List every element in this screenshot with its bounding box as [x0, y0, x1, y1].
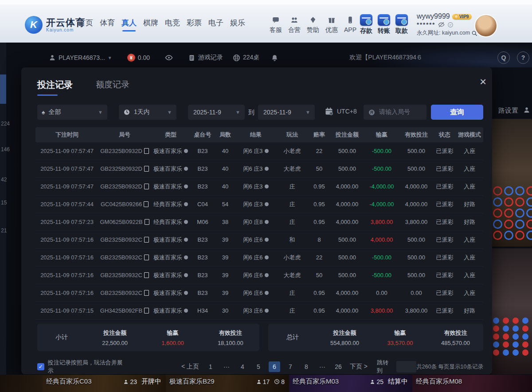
- table-row[interactable]: 2025-11-09 07:57:47GB2325B0932D极速百家乐B234…: [35, 178, 483, 196]
- date-range-select[interactable]: 1天内▼: [119, 105, 176, 120]
- live-table-thumb-2[interactable]: 经典百家乐M0325结算中: [289, 375, 412, 392]
- cell-odds: 22: [309, 148, 330, 154]
- avatar[interactable]: [475, 15, 497, 36]
- quick-link-3[interactable]: 优惠: [325, 15, 338, 34]
- bell-icon[interactable]: [271, 54, 278, 62]
- wallet-action-2[interactable]: 取款: [395, 14, 408, 35]
- game-record-link[interactable]: 游戏记录: [188, 54, 223, 62]
- nav-item-2[interactable]: 真人: [121, 18, 137, 31]
- table-row[interactable]: 2025-11-09 07:57:47GB2325B0932D极速百家乐B234…: [35, 142, 483, 160]
- jump-page-input[interactable]: [396, 361, 416, 372]
- cell-play: 大老虎: [276, 165, 309, 173]
- info-dot-icon: [184, 202, 188, 206]
- page-ellipsis[interactable]: ···: [317, 361, 328, 372]
- cell-count: 39: [215, 290, 236, 296]
- cell-valid: 500.00: [399, 254, 434, 261]
- page-7[interactable]: 7: [285, 361, 296, 372]
- cell-mode: 入座: [456, 147, 483, 155]
- refresh-icon[interactable]: [447, 22, 454, 28]
- player-menu[interactable]: PLAYER46873... ▼: [49, 54, 112, 61]
- live-table-thumb-partial[interactable]: [0, 375, 43, 392]
- road-settings-label[interactable]: 路设置: [498, 106, 518, 115]
- page-5[interactable]: 5: [253, 361, 264, 372]
- quick-link-2[interactable]: 赞助: [307, 15, 319, 34]
- copy-icon[interactable]: [144, 308, 149, 314]
- table-row[interactable]: 2025-11-09 07:57:15GH3425B092FB极速百家乐H343…: [35, 302, 483, 320]
- nav-item-7[interactable]: 娱乐: [230, 18, 245, 31]
- nav-item-5[interactable]: 彩票: [187, 18, 202, 31]
- cell-winloss: 0.00: [364, 290, 399, 296]
- col-header-2: 类型: [151, 131, 191, 139]
- road-person-icon[interactable]: [523, 106, 530, 114]
- road-ring: [515, 186, 524, 196]
- balance[interactable]: ¥ 0.00: [127, 54, 150, 62]
- date-to-picker[interactable]: 2025-11-9▼: [258, 105, 315, 120]
- copy-icon[interactable]: [144, 201, 149, 207]
- copy-icon[interactable]: [144, 255, 149, 260]
- eye-icon[interactable]: [165, 54, 173, 62]
- tab-quota-records[interactable]: 额度记录: [96, 79, 129, 96]
- copy-icon[interactable]: [144, 148, 149, 154]
- table-row[interactable]: 2025-11-09 07:57:16GB2325B0932C极速百家乐B233…: [35, 267, 483, 284]
- quick-link-1[interactable]: 合营: [288, 15, 301, 34]
- cell-type: 极速百家乐: [151, 147, 191, 155]
- copy-icon[interactable]: [144, 166, 149, 172]
- main-nav: 首页体育真人棋牌电竞彩票电子娱乐: [78, 18, 245, 31]
- wallet-action-1[interactable]: 转账: [378, 14, 390, 35]
- search-button[interactable]: 查询: [431, 105, 483, 120]
- nav-item-6[interactable]: 电子: [208, 18, 223, 31]
- page-26[interactable]: 26: [332, 361, 344, 372]
- next-page-button[interactable]: 下页 >: [348, 361, 369, 372]
- live-video-panel-top[interactable]: [491, 119, 532, 247]
- copy-icon[interactable]: [144, 290, 149, 296]
- nav-item-0[interactable]: 首页: [78, 18, 93, 31]
- nav-item-4[interactable]: 电竞: [165, 18, 180, 31]
- grid-icon: [233, 54, 240, 62]
- table-row[interactable]: 2025-11-09 07:57:23GM0625B0922B经典百家乐M063…: [35, 213, 483, 231]
- merge-checkbox[interactable]: ✓: [37, 363, 44, 370]
- quick-link-4[interactable]: APP: [344, 15, 356, 34]
- eye-slash-icon[interactable]: [438, 21, 445, 28]
- table-row[interactable]: 2025-11-09 07:57:44GC0425B09266经典百家乐C045…: [35, 196, 483, 213]
- copy-icon[interactable]: [144, 237, 149, 243]
- page-ellipsis[interactable]: ···: [221, 361, 232, 372]
- copy-icon[interactable]: [144, 272, 149, 278]
- tables-count[interactable]: 224桌: [233, 54, 259, 62]
- wallet-action-0[interactable]: 存款: [360, 14, 372, 35]
- nav-item-1[interactable]: 体育: [100, 18, 115, 31]
- close-icon[interactable]: ×: [480, 77, 486, 86]
- timezone-control[interactable]: UTC+8: [325, 107, 357, 116]
- quick-link-0[interactable]: 客服: [270, 15, 282, 34]
- cell-amount: 500.00: [330, 148, 364, 154]
- search-circle-icon[interactable]: Q: [497, 51, 510, 64]
- table-row[interactable]: 2025-11-09 07:57:16GB2325B0932C极速百家乐B233…: [35, 284, 483, 302]
- category-select[interactable]: ♠ 全部▼: [37, 105, 107, 120]
- road-dot: [503, 325, 509, 332]
- cell-mode: 入座: [456, 183, 483, 191]
- help-icon[interactable]: ?: [517, 51, 529, 64]
- live-video-panel-bottom[interactable]: [491, 248, 532, 374]
- cell-result: 闲6 庄6: [236, 236, 276, 244]
- live-table-thumb-0[interactable]: 经典百家乐C0323开牌中: [43, 375, 166, 392]
- left-rail-active-item[interactable]: [0, 74, 6, 104]
- page-6[interactable]: 6: [269, 361, 280, 372]
- site-logo[interactable]: K 开云体育 Kaiyun.com: [25, 16, 85, 34]
- page-1[interactable]: 1: [205, 361, 216, 372]
- table-row[interactable]: 2025-11-09 07:57:16GB2325B0932C极速百家乐B233…: [35, 231, 483, 249]
- prev-page-button[interactable]: < 上页: [180, 361, 200, 372]
- table-row[interactable]: 2025-11-09 07:57:47GB2325B0932D极速百家乐B234…: [35, 160, 483, 178]
- table-row[interactable]: 2025-11-09 07:57:16GB2325B0932C极速百家乐B233…: [35, 249, 483, 267]
- copy-icon[interactable]: [144, 184, 149, 189]
- nav-item-3[interactable]: 棋牌: [143, 18, 158, 31]
- page-8[interactable]: 8: [301, 361, 312, 372]
- copy-icon[interactable]: [145, 219, 149, 225]
- live-table-thumb-3[interactable]: 经典百家乐M08: [412, 375, 532, 392]
- tab-bet-records[interactable]: 投注记录: [37, 79, 73, 91]
- cell-play: 庄: [276, 200, 309, 208]
- date-from-picker[interactable]: 2025-11-9▼: [188, 105, 245, 120]
- jump-label: 跳转到: [377, 359, 394, 375]
- round-number-input[interactable]: 请输入局号: [364, 105, 426, 120]
- live-table-thumb-1[interactable]: 极速百家乐B29178: [166, 375, 289, 392]
- page-4[interactable]: 4: [237, 361, 248, 372]
- cell-valid: 4,000.00: [399, 183, 434, 190]
